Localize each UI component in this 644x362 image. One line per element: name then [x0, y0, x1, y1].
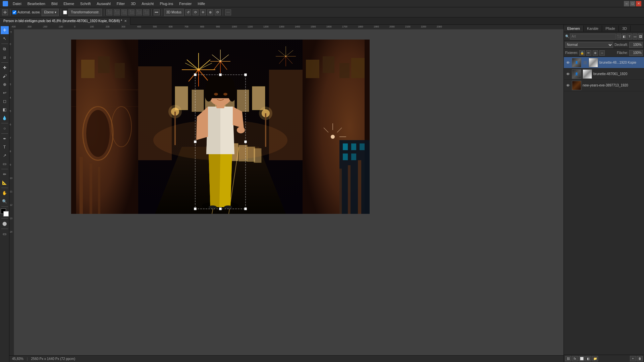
tab-ebenen[interactable]: Ebenen	[564, 25, 584, 32]
layer-visibility-3[interactable]: 👁	[565, 83, 571, 88]
image-info: 2560 Px x 1440 Px (72 ppcm)	[31, 357, 75, 361]
fix-transparency-btn[interactable]: 🔒	[579, 50, 585, 56]
menu-auswahl[interactable]: Auswahl	[94, 1, 113, 6]
opacity-input[interactable]: 100%	[629, 42, 643, 48]
new-layer-btn[interactable]: +	[630, 356, 636, 361]
align-center-btn[interactable]: ⬛	[136, 9, 142, 15]
layer-filter-pixel-btn[interactable]: ⬛	[616, 34, 621, 40]
menu-3d[interactable]: 3D	[128, 1, 138, 6]
doc-tab-close-btn[interactable]: ✕	[124, 19, 127, 23]
move-tool-icon[interactable]: ✛	[2, 9, 8, 15]
ruler-h-number: 2300	[437, 25, 442, 28]
eraser-tool-btn[interactable]: ◻	[1, 97, 9, 105]
layer-filter-smart-btn[interactable]: 🖼	[638, 34, 643, 40]
layers-search-input[interactable]	[570, 34, 616, 40]
align-middle-btn[interactable]: ⬛	[114, 9, 120, 15]
status-sep: |	[27, 357, 28, 361]
menu-bild[interactable]: Bild	[49, 1, 60, 6]
layer-filter-adjustment-btn[interactable]: ◧	[622, 34, 627, 40]
layer-item-brunette-copy[interactable]: 👁 👤 ⛓ brunette-48...1920 Kopie	[564, 57, 644, 68]
ruler-v-number: 12	[10, 204, 12, 206]
3d-mode-btn[interactable]: 3D Modus	[164, 9, 184, 16]
align-bottom-btn[interactable]: ⬛	[121, 9, 127, 15]
spin-3d-btn[interactable]: ⟳	[193, 9, 199, 15]
background-color[interactable]	[3, 211, 9, 217]
transform-checkbox[interactable]	[63, 10, 67, 14]
layer-filter-text-btn[interactable]: T	[627, 34, 632, 40]
ruler-tool-btn[interactable]: 📐	[1, 179, 9, 187]
menu-plugins[interactable]: Plug-ins	[157, 1, 176, 6]
doc-tab-main[interactable]: Person in bild einfügen.psdc bei 45,8% (…	[0, 17, 130, 25]
text-tool-btn[interactable]: T	[1, 143, 9, 151]
stamp-tool-btn[interactable]: ⊕	[1, 80, 9, 88]
align-top-btn[interactable]: ⬛	[106, 9, 112, 15]
history-tool-btn[interactable]: ↩	[1, 89, 9, 97]
add-style-btn[interactable]: fx	[572, 356, 578, 361]
link-layers-btn[interactable]: ⛓	[565, 356, 571, 361]
pan-3d-btn[interactable]: ✛	[200, 9, 206, 15]
group-btn[interactable]: 📁	[592, 356, 598, 361]
align-left-btn[interactable]: ⬛	[128, 9, 135, 15]
slice-tool-btn[interactable]: ⧄	[1, 53, 9, 61]
menu-fenster[interactable]: Fenster	[176, 1, 194, 6]
pen-tool-btn[interactable]: ✒	[1, 135, 9, 143]
layer-visibility-1[interactable]: 👁	[565, 60, 571, 65]
menu-schrift[interactable]: Schrift	[77, 1, 93, 6]
rotate-3d-btn[interactable]: ↺	[185, 9, 191, 15]
blur-tool-btn[interactable]: 💧	[1, 114, 9, 122]
delete-layer-btn[interactable]: 🗑	[637, 356, 643, 361]
more-options-btn[interactable]: •••	[154, 9, 160, 15]
adjustment-btn[interactable]: ◧	[585, 356, 591, 361]
menu-filter[interactable]: Filter	[114, 1, 127, 6]
zoom-3d-btn[interactable]: ⊕	[207, 9, 213, 15]
main-canvas[interactable]	[14, 29, 564, 355]
layer-thumb-1: 👤	[572, 58, 581, 67]
align-right-btn[interactable]: ⬛	[143, 9, 149, 15]
menu-datei[interactable]: Datei	[10, 1, 24, 6]
tab-3d[interactable]: 3D	[619, 25, 631, 32]
fill-input[interactable]: 100%	[629, 50, 643, 56]
direct-select-btn[interactable]: ↖	[1, 35, 9, 43]
menu-bearbeiten[interactable]: Bearbeiten	[25, 1, 48, 6]
screen-mode-btn[interactable]: ▭	[1, 230, 9, 238]
layer-item-newyear[interactable]: 👁 new-years-eve-3897713_1920	[564, 80, 644, 91]
eyedropper-tool-btn[interactable]: ✏	[1, 170, 9, 178]
svg-rect-44	[252, 86, 265, 110]
layer-visibility-2[interactable]: 👁	[565, 71, 571, 77]
menu-ansicht[interactable]: Ansicht	[139, 1, 156, 6]
quick-mask-btn[interactable]: ⬤	[1, 220, 9, 228]
layer-item-brunette-orig[interactable]: 👁 👤 brunette-487061_1920	[564, 68, 644, 80]
dodge-tool-btn[interactable]: ○	[1, 124, 9, 132]
fix-all-btn[interactable]: ↔	[599, 50, 605, 56]
fix-paint-btn[interactable]: ✏	[586, 50, 591, 56]
color-chips[interactable]	[1, 208, 9, 217]
select-tool-btn[interactable]: ✛	[1, 26, 9, 34]
shape-tool-btn[interactable]: ▭	[1, 160, 9, 168]
tab-kanale[interactable]: Kanäle	[584, 25, 602, 32]
tab-pfade[interactable]: Pfade	[602, 25, 619, 32]
menu-ebene[interactable]: Ebene	[61, 1, 77, 6]
zoom-tool-btn[interactable]: 🔍	[1, 197, 9, 205]
fix-position-btn[interactable]: ⊕	[593, 50, 598, 56]
transform-dropdown[interactable]: Transformationsstr.	[68, 9, 102, 16]
tool-sep-6	[1, 188, 8, 188]
gradient-tool-btn[interactable]: ◧	[1, 106, 9, 114]
ebene-dropdown[interactable]: Ebene ▾	[42, 9, 59, 16]
extra-btn[interactable]: ⋯	[225, 9, 231, 15]
hand-tool-btn[interactable]: ✋	[1, 189, 9, 197]
menu-hilfe[interactable]: Hilfe	[195, 1, 208, 6]
crop-tool-btn[interactable]: ⧉	[1, 45, 9, 53]
ruler-h-number: -400	[11, 25, 16, 28]
auto-select-checkbox[interactable]	[12, 10, 16, 14]
roll-3d-btn[interactable]: ⟳	[215, 9, 221, 15]
brush-tool-btn[interactable]: 🖌	[1, 72, 9, 80]
svg-point-92	[209, 205, 217, 209]
layer-filter-shape-btn[interactable]: ▭	[633, 34, 637, 40]
window-minimize-btn[interactable]: –	[624, 1, 629, 6]
add-mask-btn[interactable]: ⬜	[579, 356, 585, 361]
healing-tool-btn[interactable]: ✚	[1, 64, 9, 72]
window-close-btn[interactable]: ✕	[636, 1, 641, 6]
path-select-btn[interactable]: ↗	[1, 152, 9, 160]
window-maximize-btn[interactable]: □	[630, 1, 635, 6]
blend-mode-select[interactable]: Normal	[565, 42, 613, 48]
